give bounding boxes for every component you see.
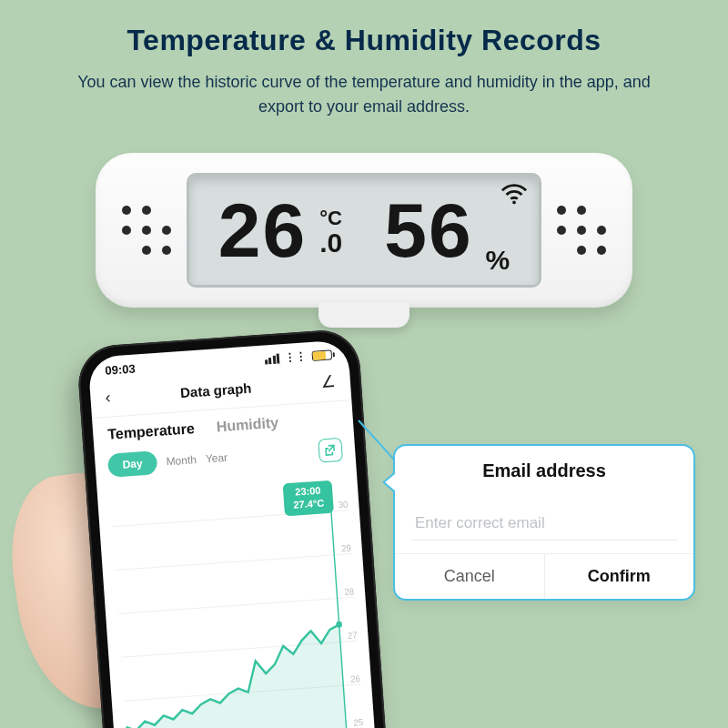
speaker-grille-right (554, 203, 609, 258)
temperature-chart[interactable]: 23:00 27.4°C 302928272625 (106, 473, 367, 728)
svg-text:29: 29 (341, 542, 351, 553)
export-button[interactable] (318, 438, 343, 463)
page-subtitle: You can view the historic curve of the t… (55, 70, 673, 119)
temperature-decimal: .0 (319, 232, 342, 254)
temperature-value: 26 (218, 192, 307, 268)
svg-text:28: 28 (344, 586, 354, 597)
signal-icon (264, 353, 279, 364)
battery-icon (311, 349, 332, 361)
svg-line-2 (116, 553, 352, 570)
screen-title: Data graph (180, 379, 252, 399)
cancel-button[interactable]: Cancel (395, 554, 544, 599)
lcd-display: 26 °C .0 56 % (187, 173, 541, 288)
range-month[interactable]: Month (166, 453, 197, 468)
humidity-value: 56 (384, 192, 472, 268)
export-icon (324, 443, 338, 457)
sensor-device: 26 °C .0 56 % (96, 153, 632, 308)
status-time: 09:03 (105, 361, 136, 377)
humidity-unit: % (486, 245, 511, 276)
range-year[interactable]: Year (205, 451, 228, 466)
range-day[interactable]: Day (107, 450, 158, 478)
edit-button[interactable]: ∠ (320, 371, 336, 392)
page-title: Temperature & Humidity Records (0, 0, 728, 57)
phone-in-hand: 09:03 ⋮⋮ ‹ Data graph ∠ Temperature Humi… (25, 337, 408, 728)
email-input[interactable]: Enter correct email (395, 514, 693, 540)
tab-humidity[interactable]: Humidity (216, 415, 279, 436)
svg-text:30: 30 (338, 499, 349, 510)
email-export-dialog: Email address Enter correct email Cancel… (393, 444, 695, 601)
svg-text:27: 27 (348, 630, 358, 641)
svg-point-0 (512, 201, 516, 205)
speaker-grille-left (119, 203, 174, 258)
confirm-button[interactable]: Confirm (545, 554, 694, 599)
tab-temperature[interactable]: Temperature (107, 420, 196, 443)
svg-text:26: 26 (350, 673, 360, 684)
chart-tooltip: 23:00 27.4°C (283, 480, 334, 516)
phone-screen: 09:03 ⋮⋮ ‹ Data graph ∠ Temperature Humi… (87, 339, 376, 728)
wifi-icon (500, 183, 528, 205)
svg-text:25: 25 (353, 717, 364, 728)
dialog-title: Email address (395, 460, 693, 481)
wifi-small-icon: ⋮⋮ (284, 349, 307, 364)
svg-line-3 (118, 597, 355, 613)
phone-frame: 09:03 ⋮⋮ ‹ Data graph ∠ Temperature Humi… (76, 328, 388, 728)
back-button[interactable]: ‹ (105, 388, 111, 407)
